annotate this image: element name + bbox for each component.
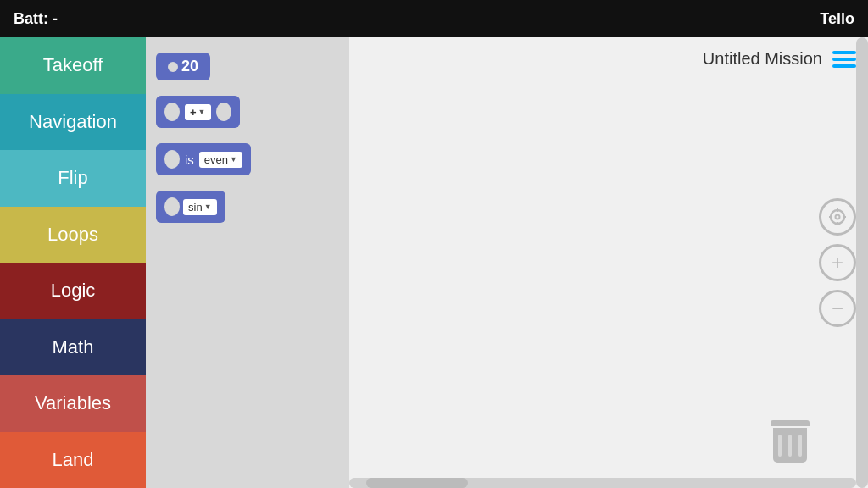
sidebar-label-math: Math [53,336,94,358]
zoom-in-icon: + [832,252,843,273]
trash-line-1 [778,435,782,457]
trash-button[interactable] [771,420,809,463]
hamburger-line-3 [832,64,856,68]
menu-button[interactable] [832,51,856,68]
trash-line-3 [798,435,802,457]
sidebar-label-navigation: Navigation [29,111,117,133]
horizontal-scrollbar[interactable] [349,478,856,488]
zoom-controls: + − [819,198,856,327]
operator-dropdown[interactable]: + ▼ [185,104,211,120]
sin-dropdown[interactable]: sin ▼ [183,199,217,215]
block-number-value: 20 [181,58,198,75]
crosshair-button[interactable] [819,198,856,236]
zoom-out-button[interactable]: − [819,290,856,327]
horizontal-scrollbar-thumb[interactable] [366,478,468,488]
sin-value: sin [188,201,203,214]
connector-left-3-icon [164,197,180,216]
hamburger-line-2 [832,58,856,61]
canvas-area[interactable]: Untitled Mission + [349,37,868,488]
sidebar-item-flip[interactable]: Flip [0,150,146,207]
connector-left-2-icon [164,150,180,169]
trash-body [773,428,807,463]
app-header: Batt: - Tello [0,0,868,37]
trash-line-2 [788,435,792,457]
connector-left-icon [164,103,180,121]
sidebar-label-takeoff: Takeoff [43,54,103,76]
sidebar-item-logic[interactable]: Logic [0,263,146,319]
sidebar-item-math[interactable]: Math [0,319,146,376]
zoom-out-icon: − [832,298,843,319]
sidebar-item-variables[interactable]: Variables [0,375,146,432]
blocks-panel: 20 + ▼ is even ▼ sin ▼ [146,37,349,488]
sidebar-item-takeoff[interactable]: Takeoff [0,37,146,94]
block-sin[interactable]: sin ▼ [156,191,225,223]
dropdown-arrow-3-icon: ▼ [204,202,212,211]
sidebar-item-land[interactable]: Land [0,432,146,489]
trash-lid [771,420,810,426]
device-name: Tello [820,10,854,28]
trash-lines [776,435,804,457]
operator-value: + [190,106,197,119]
vertical-scrollbar[interactable] [856,37,868,488]
sidebar-label-flip: Flip [58,167,87,189]
connector-right-icon [216,103,231,121]
mission-title: Untitled Mission [703,49,822,69]
sidebar-label-loops: Loops [47,224,98,246]
is-even-dropdown[interactable]: even ▼ [199,152,242,168]
trash-container [771,420,809,463]
mission-bar: Untitled Mission [703,49,856,69]
dropdown-arrow-icon: ▼ [198,108,206,116]
sidebar-label-land: Land [53,449,94,471]
sidebar-label-variables: Variables [35,392,111,414]
hamburger-line-1 [832,51,856,54]
svg-point-1 [836,215,840,219]
zoom-in-button[interactable]: + [819,244,856,281]
crosshair-icon [828,208,847,226]
is-even-text: is [185,152,194,167]
main-layout: Takeoff Navigation Flip Loops Logic Math… [0,37,868,488]
battery-status: Batt: - [14,10,58,28]
svg-point-0 [831,210,844,224]
block-operator[interactable]: + ▼ [156,96,240,128]
sidebar-item-navigation[interactable]: Navigation [0,94,146,151]
block-is-even[interactable]: is even ▼ [156,143,251,175]
is-even-value: even [204,153,228,166]
sidebar: Takeoff Navigation Flip Loops Logic Math… [0,37,146,488]
dropdown-arrow-2-icon: ▼ [230,155,237,164]
sidebar-label-logic: Logic [51,280,96,302]
block-number[interactable]: 20 [156,53,210,80]
sidebar-item-loops[interactable]: Loops [0,207,146,263]
